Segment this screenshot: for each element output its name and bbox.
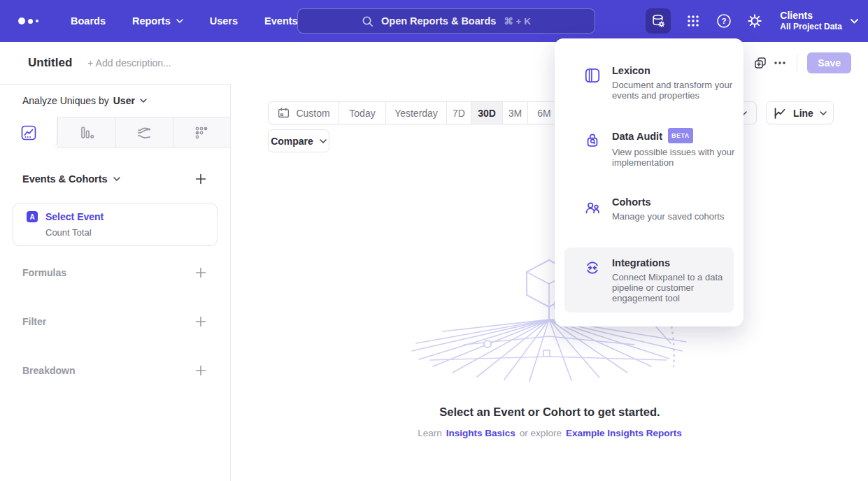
nav-reports[interactable]: Reports: [132, 15, 183, 27]
analyze-row: Analyze Uniques by User: [0, 85, 230, 117]
lexicon-icon: [584, 66, 601, 85]
flow-tab-icon: [136, 124, 152, 141]
top-nav: Boards Reports Users Events: [71, 15, 298, 27]
chart-area: Custom Today Yesterday 7D 30D 3M 6M Comp…: [232, 84, 868, 481]
example-reports-link[interactable]: Example Insights Reports: [566, 428, 682, 438]
menu-item-cohorts[interactable]: Cohorts Manage your saved cohorts: [564, 187, 734, 231]
apps-grid-button[interactable]: [685, 13, 702, 29]
menu-item-integrations[interactable]: Integrations Connect Mixpanel to a data …: [564, 247, 734, 313]
learn-prefix: Learn: [418, 428, 442, 438]
menu-item-lexicon[interactable]: Lexicon Document and transform your even…: [564, 55, 734, 110]
apps-grid-icon: [685, 13, 701, 29]
global-search-input[interactable]: Open Reports & Boards ⌘ + K: [297, 8, 595, 34]
top-navigation-bar: Boards Reports Users Events Open Reports…: [0, 0, 868, 42]
project-selector[interactable]: Clients All Project Data: [780, 10, 858, 32]
project-name: Clients: [780, 10, 842, 22]
project-scope: All Project Data: [780, 22, 842, 32]
event-series-badge: A: [27, 211, 38, 222]
filter-label: Filter: [22, 316, 46, 327]
formulas-label: Formulas: [22, 267, 66, 278]
tab-flow-chart[interactable]: [115, 117, 173, 148]
menu-item-title: Integrations: [612, 257, 739, 269]
range-3m[interactable]: 3M: [502, 102, 527, 124]
svg-text:?: ?: [722, 17, 727, 25]
events-cohorts-header: Events & Cohorts: [0, 172, 230, 186]
line-chart-icon: [773, 106, 787, 120]
chevron-down-icon: [176, 19, 183, 23]
add-event-button[interactable]: [194, 172, 208, 186]
add-filter-button[interactable]: [194, 315, 208, 329]
help-button[interactable]: ?: [716, 13, 732, 29]
breakdown-row: Breakdown: [0, 364, 230, 378]
report-title[interactable]: Untitled: [28, 56, 72, 70]
middle-text: or explore: [520, 428, 562, 438]
settings-button[interactable]: [746, 13, 763, 29]
data-management-menu: Lexicon Document and transform your even…: [555, 38, 744, 326]
integrations-icon: [584, 259, 601, 277]
chevron-down-icon: [140, 99, 147, 103]
range-yesterday[interactable]: Yesterday: [385, 102, 446, 124]
menu-item-data-audit[interactable]: Data Audit BETA View possible issues wit…: [564, 120, 734, 177]
empty-state-headline: Select an Event or Cohort to get started…: [232, 405, 868, 419]
duplicate-report-button[interactable]: [750, 53, 770, 73]
tab-bar-chart[interactable]: [57, 117, 115, 148]
formulas-row: Formulas: [0, 266, 230, 280]
plus-icon: [195, 316, 206, 327]
line-chart-tab-icon: [20, 124, 37, 141]
nav-boards[interactable]: Boards: [71, 15, 106, 27]
mixpanel-logo[interactable]: [18, 17, 38, 24]
report-description-placeholder[interactable]: + Add description...: [87, 57, 171, 69]
beta-badge: BETA: [668, 128, 693, 143]
cohorts-icon: [584, 198, 601, 216]
range-7d[interactable]: 7D: [446, 102, 471, 124]
data-management-button[interactable]: [646, 8, 671, 34]
nav-users[interactable]: Users: [210, 15, 238, 27]
tab-line-chart[interactable]: [0, 117, 57, 148]
menu-item-desc: Document and transform your events and p…: [612, 80, 739, 101]
menu-item-title: Lexicon: [612, 64, 739, 77]
insights-basics-link[interactable]: Insights Basics: [446, 428, 515, 438]
menu-item-desc: View possible issues with your implement…: [612, 147, 739, 168]
range-30d[interactable]: 30D: [471, 102, 502, 124]
ellipsis-icon: [773, 56, 787, 70]
tab-scatter-chart[interactable]: [173, 117, 230, 148]
chart-type-dropdown[interactable]: Line: [766, 101, 834, 124]
mixpanel-insights-app: Boards Reports Users Events Open Reports…: [0, 0, 868, 481]
header-divider: [797, 55, 797, 71]
search-placeholder: Open Reports & Boards: [381, 15, 496, 27]
count-total-dropdown[interactable]: Count Total: [45, 227, 217, 238]
filter-row: Filter: [0, 315, 230, 329]
chevron-down-icon: [851, 19, 858, 24]
analyze-entity-dropdown[interactable]: User: [113, 95, 147, 106]
chart-type-tabs: [0, 117, 230, 148]
plus-icon: [195, 267, 206, 278]
search-shortcut: ⌘ + K: [504, 15, 531, 27]
select-event-button[interactable]: Select Event: [45, 211, 104, 222]
events-cohorts-dropdown[interactable]: Events & Cohorts: [22, 173, 120, 185]
more-options-button[interactable]: [770, 53, 790, 73]
query-builder-sidebar: Analyze Uniques by User: [0, 84, 231, 481]
breakdown-label: Breakdown: [22, 365, 75, 376]
plus-icon: [195, 173, 206, 185]
calendar-icon: [277, 106, 290, 120]
compare-dropdown[interactable]: Compare: [268, 129, 329, 152]
gear-icon: [746, 13, 763, 29]
empty-state-subtext: LearnInsights Basicsor exploreExample In…: [232, 428, 868, 438]
event-card[interactable]: A Select Event Count Total: [13, 203, 218, 246]
menu-item-title: Data Audit: [612, 130, 662, 143]
nav-events[interactable]: Events: [264, 15, 298, 27]
analyze-label: Analyze Uniques by: [22, 95, 109, 106]
range-custom[interactable]: Custom: [269, 102, 339, 124]
menu-item-desc: Manage your saved cohorts: [612, 211, 739, 222]
add-formula-button[interactable]: [194, 266, 208, 280]
topbar-right-group: ? Clients All Project Data: [646, 0, 858, 42]
add-breakdown-button[interactable]: [194, 364, 208, 378]
plus-icon: [195, 365, 206, 376]
save-button[interactable]: Save: [807, 52, 851, 73]
database-gear-icon: [650, 13, 667, 29]
data-audit-icon: [584, 131, 601, 149]
range-today[interactable]: Today: [339, 102, 385, 124]
menu-item-title: Cohorts: [612, 196, 739, 208]
chevron-down-icon: [320, 139, 327, 143]
menu-item-desc: Connect Mixpanel to a data pipeline or c…: [612, 272, 739, 303]
